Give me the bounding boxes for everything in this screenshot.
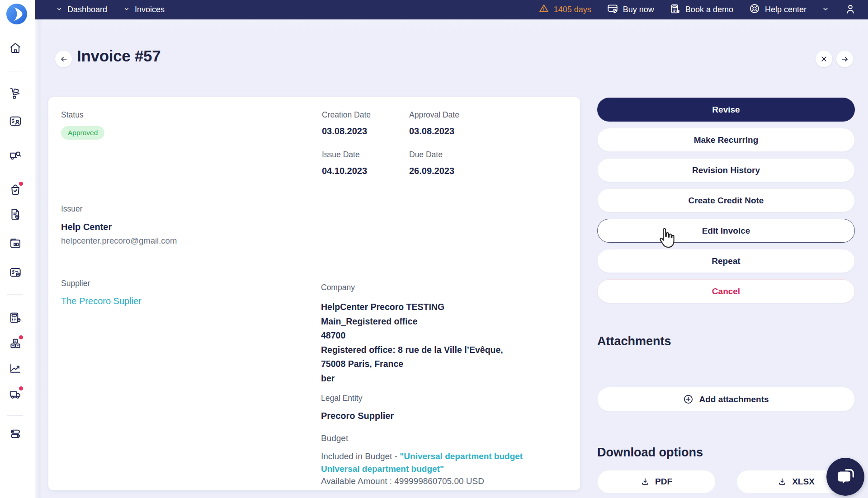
attachments-heading: Attachments	[597, 334, 671, 348]
back-button[interactable]	[55, 51, 72, 67]
line-chart-icon[interactable]	[9, 362, 22, 375]
download-icon	[641, 477, 650, 486]
download-pdf-button[interactable]: PDF	[597, 470, 716, 493]
status-badge: Approved	[61, 126, 104, 140]
calculator-icon	[670, 3, 681, 17]
status-label: Status	[61, 110, 84, 120]
create-credit-note-button[interactable]: Create Credit Note	[597, 188, 855, 212]
legal-entity-value: Precoro Supplier	[321, 411, 394, 421]
chevron-down-icon[interactable]	[822, 5, 829, 14]
budget-included-text: Included in Budget - "Universal departme…	[321, 450, 533, 475]
notification-dot	[18, 334, 24, 340]
breadcrumb-label: Invoices	[135, 5, 165, 14]
checklist-coins-icon[interactable]	[9, 266, 22, 280]
issue-date-field: Issue Date 04.10.2023	[322, 150, 367, 176]
left-sidebar	[0, 0, 35, 498]
supplier-label: Supplier	[61, 279, 90, 288]
issuer-label: Issuer	[61, 204, 83, 214]
sidebar-divider	[7, 294, 23, 295]
chat-widget-button[interactable]	[826, 458, 864, 496]
download-options-heading: Download options	[597, 446, 703, 460]
creation-date-field: Creation Date 03.08.2023	[322, 110, 371, 136]
calculator-coins-icon[interactable]	[9, 311, 22, 324]
plus-circle-icon	[683, 394, 693, 404]
chevron-down-icon	[56, 5, 62, 14]
page-title: Invoice #57	[77, 47, 160, 65]
issuer-name: Help Center	[61, 222, 112, 232]
warning-triangle-icon	[538, 3, 549, 16]
truck-search-icon[interactable]	[9, 148, 22, 162]
chat-bubble-icon	[835, 466, 856, 487]
budget-label: Budget	[321, 433, 348, 443]
buy-now-button[interactable]: Buy now	[607, 3, 654, 17]
user-account-icon[interactable]	[844, 3, 856, 17]
breadcrumb-label: Dashboard	[67, 5, 107, 14]
notification-dot	[18, 181, 24, 187]
home-icon[interactable]	[9, 41, 22, 55]
due-date-field: Due Date 26.09.2023	[409, 150, 454, 176]
breadcrumb-dashboard[interactable]: Dashboard	[56, 5, 107, 14]
cancel-button[interactable]: Cancel	[597, 279, 855, 303]
legal-entity-label: Legal Entity	[321, 394, 362, 403]
next-invoice-button[interactable]	[836, 51, 853, 67]
company-label: Company	[321, 283, 355, 292]
budget-available-amount: Available Amount : 499999860705.00 USD	[321, 476, 484, 486]
top-navigation-bar: Dashboard Invoices 1405 days Buy now	[35, 0, 868, 19]
download-icon	[778, 477, 787, 486]
company-address: HelpCenter Precoro TESTING Main_Register…	[321, 300, 565, 386]
edit-invoice-button[interactable]: Edit Invoice	[597, 219, 855, 243]
sidebar-divider	[7, 71, 23, 71]
wallet-cards-icon[interactable]	[9, 236, 22, 250]
close-button[interactable]	[816, 51, 832, 67]
make-recurring-button[interactable]: Make Recurring	[597, 128, 855, 152]
issuer-email: helpcenter.precoro@gmail.com	[61, 236, 177, 246]
repeat-button[interactable]: Repeat	[597, 249, 855, 273]
supplier-link[interactable]: The Precoro Suplier	[61, 296, 142, 306]
credit-card-check-icon	[607, 3, 618, 17]
hand-truck-icon[interactable]	[9, 87, 22, 100]
trial-days-counter[interactable]: 1405 days	[538, 3, 591, 16]
scrollbar-track[interactable]	[35, 19, 42, 498]
settings-toggles-icon[interactable]	[9, 427, 22, 441]
user-approvals-icon[interactable]	[9, 114, 22, 128]
revision-history-button[interactable]: Revision History	[597, 158, 855, 182]
document-check-icon[interactable]	[9, 207, 22, 221]
breadcrumb-invoices[interactable]: Invoices	[123, 5, 165, 14]
app-root: Dashboard Invoices 1405 days Buy now	[0, 0, 868, 498]
invoice-details-card: Status Approved Creation Date 03.08.2023…	[48, 97, 580, 490]
add-attachments-button[interactable]: Add attachments	[597, 387, 855, 412]
notification-dot	[18, 385, 24, 391]
help-center-button[interactable]: Help center	[749, 3, 807, 17]
book-a-demo-button[interactable]: Book a demo	[670, 3, 733, 17]
revise-button[interactable]: Revise	[597, 98, 855, 122]
sidebar-divider	[7, 415, 23, 416]
approval-date-field: Approval Date 03.08.2023	[409, 110, 459, 136]
chevron-down-icon	[123, 5, 130, 14]
precoro-logo[interactable]	[6, 3, 28, 25]
lifebuoy-icon	[749, 3, 760, 17]
